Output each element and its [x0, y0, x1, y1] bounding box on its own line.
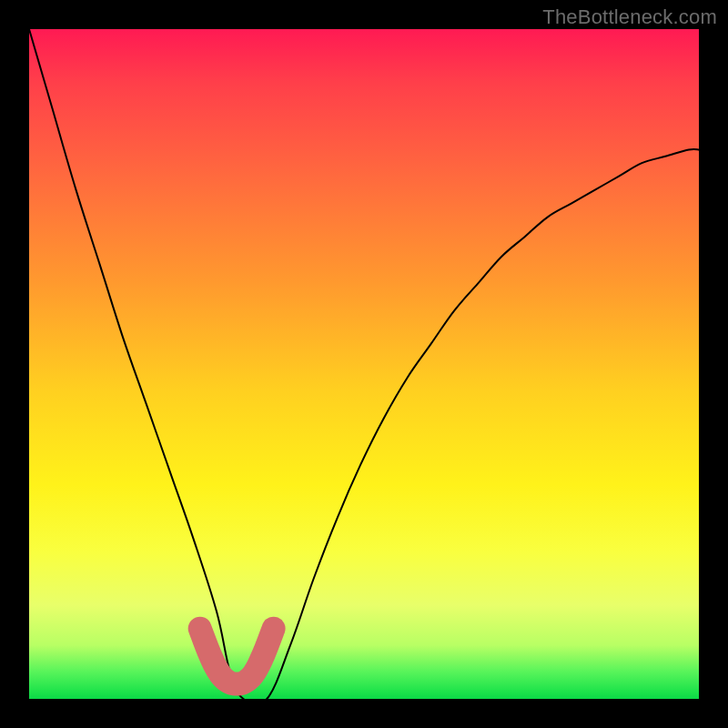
bottleneck-highlight — [200, 629, 274, 684]
chart-frame: TheBottleneck.com — [0, 0, 728, 728]
watermark-text: TheBottleneck.com — [542, 5, 717, 29]
chart-svg — [29, 29, 699, 699]
plot-area — [29, 29, 699, 699]
bottleneck-curve — [29, 29, 699, 704]
